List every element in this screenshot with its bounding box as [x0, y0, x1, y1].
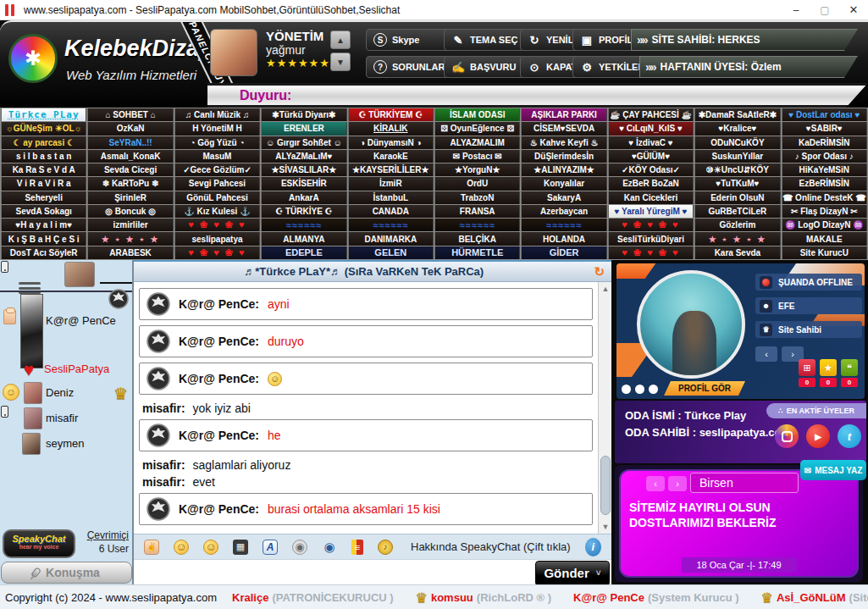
footer-credit[interactable]: ♛komsuu(RichLoRD ® ): [416, 590, 551, 606]
instagram-icon[interactable]: [775, 424, 799, 448]
scroll-down-icon[interactable]: ▼: [599, 520, 612, 534]
room-cell[interactable]: DANIMARKA: [348, 232, 434, 245]
announce-prev-button[interactable]: ‹: [646, 476, 665, 491]
room-cell[interactable]: ♥SABIR♥: [782, 122, 867, 135]
minimize-button[interactable]: –: [782, 0, 810, 19]
room-cell[interactable]: KİRALIK: [348, 122, 434, 135]
room-cell[interactable]: DüŞlerimdesİn: [521, 150, 606, 163]
speakychat-hint[interactable]: Hakkında SpeakyChat (Çift tıkla): [411, 540, 571, 553]
room-cell[interactable]: Site KurucU: [782, 246, 867, 259]
profile-photo[interactable]: [637, 270, 745, 379]
room-cell[interactable]: Gözlerim: [694, 219, 780, 231]
room-category-cell[interactable]: ✱Türkü Diyarı✱: [261, 108, 346, 121]
room-cell[interactable]: ≈≈≈≈≈≈: [434, 219, 520, 231]
room-cell[interactable]: ☺ Gırgır Sohßet ☺: [261, 136, 346, 149]
room-category-cell[interactable]: ✱DamaR SaAtleR✱: [694, 108, 780, 121]
room-cell[interactable]: Ka Ra S e V d A: [1, 163, 86, 176]
webcam-icon[interactable]: ◉: [292, 540, 307, 555]
room-cell[interactable]: Sevda Cicegi: [87, 163, 173, 176]
room-cell[interactable]: ♥ CıLqıN_KıIS ♥: [608, 122, 694, 135]
room-cell[interactable]: ODuNCuKÖY: [694, 136, 780, 149]
room-cell[interactable]: izmirliler: [87, 219, 173, 231]
room-cell[interactable]: ◔ Gög Yüzü ◔: [174, 136, 260, 149]
room-cell[interactable]: ERENLER: [261, 122, 346, 135]
room-cell[interactable]: ŞirinleR: [87, 191, 173, 204]
room-cell[interactable]: ♥TuTKuM♥: [694, 177, 780, 190]
room-cell[interactable]: ♥ ❀ ♥ ❀ ♥: [174, 219, 260, 231]
avatar[interactable]: [24, 407, 42, 429]
star-icon[interactable]: ★: [820, 359, 837, 376]
room-cell[interactable]: ♥GÜlÜM♥: [608, 150, 694, 163]
room-cell[interactable]: MasuM: [174, 150, 260, 163]
list-item-user[interactable]: seymen: [46, 437, 85, 450]
room-cell[interactable]: H YönetiM H: [174, 122, 260, 135]
room-cell[interactable]: ◑ DünyamsıN ◑: [348, 136, 434, 149]
mixer-icon[interactable]: ≡: [351, 540, 363, 555]
maximize-button[interactable]: ▢: [810, 0, 839, 19]
room-cell[interactable]: CANADA: [348, 205, 434, 218]
room-cell[interactable]: DosT Acı SöyleR: [1, 246, 86, 259]
room-cell[interactable]: CİSEM♥SEVDA: [521, 122, 606, 135]
film-icon[interactable]: ▦: [233, 540, 248, 555]
chat-scrollbar[interactable]: ▲ ▼: [598, 282, 611, 534]
room-cell[interactable]: ♪ Spor Odası ♪: [782, 150, 867, 163]
room-cell[interactable]: EzBeR BoZaN: [608, 177, 694, 190]
eye-icon[interactable]: ◉: [322, 540, 337, 555]
room-cell[interactable]: ⚓ Kız Kulesi ⚓: [174, 205, 260, 218]
list-item-user[interactable]: misafir: [46, 412, 78, 424]
room-category-cell[interactable]: AŞIKLAR PARKI: [521, 108, 606, 121]
room-cell[interactable]: İzmiR: [348, 177, 434, 190]
room-cell[interactable]: Seheryeli: [1, 191, 86, 204]
footer-credit[interactable]: Kraliçe(PATRONİCEKURUCU ): [232, 591, 394, 604]
room-cell[interactable]: ♥ İzdivaC ♥: [608, 136, 694, 149]
scroll-up-icon[interactable]: ▲: [599, 282, 612, 296]
room-cell[interactable]: GİDER: [521, 246, 606, 259]
youtube-icon[interactable]: ▶: [806, 424, 830, 448]
room-category-cell[interactable]: ☕ ÇAY PAHCESİ ☕: [608, 108, 694, 121]
view-profile-button[interactable]: PROFİL GÖR: [664, 381, 745, 396]
room-cell[interactable]: ☎ Online DesteK ☎: [782, 191, 867, 204]
room-cell[interactable]: ♥Kralice♥: [694, 122, 780, 135]
room-cell[interactable]: OzKaN: [87, 122, 173, 135]
room-cell[interactable]: EzBeRİMSİN: [782, 177, 867, 190]
smiley-icon[interactable]: ☺: [174, 540, 189, 555]
room-category-cell[interactable]: ⌂ SOHBET ⌂: [87, 108, 173, 121]
room-cell[interactable]: ♥ ❀ ♥ ❀ ♥: [608, 219, 694, 231]
room-cell[interactable]: ★ALINYAZIM★: [521, 163, 606, 176]
room-cell[interactable]: ALYaZMaLıM♥: [261, 150, 346, 163]
room-cell[interactable]: KaDeRİMSİN: [782, 136, 867, 149]
refresh-icon[interactable]: ↻: [594, 264, 605, 280]
spin-up-button[interactable]: ▲: [330, 30, 351, 49]
room-cell[interactable]: ♥H a y a l i m♥: [1, 219, 86, 231]
room-cell[interactable]: EDEPLE: [261, 246, 346, 259]
room-cell[interactable]: ☪ TÜRKİYE ☪: [261, 205, 346, 218]
room-cell[interactable]: HÜRMETLE: [434, 246, 520, 259]
room-cell[interactable]: SesliTürküDiyari: [608, 232, 694, 245]
room-cell[interactable]: ♒ LogO DizayN ♒: [782, 219, 867, 231]
room-cell[interactable]: ≈≈≈≈≈≈: [261, 219, 346, 231]
current-user[interactable]: YÖNETİM yağmur ★★★★★★★: [210, 29, 344, 76]
room-cell[interactable]: Kan Cicekleri: [608, 191, 694, 204]
room-cell[interactable]: GuRBeTCiLeR: [694, 205, 780, 218]
room-cell[interactable]: AnkarA: [261, 191, 346, 204]
room-cell[interactable]: FRANSA: [434, 205, 520, 218]
room-category-cell[interactable]: İSLAM ODASI: [434, 108, 520, 121]
twitter-icon[interactable]: t: [838, 424, 861, 448]
room-cell[interactable]: ✓Gece Gözlüm✓: [174, 163, 260, 176]
room-cell[interactable]: seslipapatya: [174, 232, 260, 245]
info-icon[interactable]: i: [585, 538, 601, 556]
room-cell[interactable]: SakaryA: [521, 191, 606, 204]
room-cell[interactable]: SuskunYıllar: [694, 150, 780, 163]
room-cell[interactable]: ♥ Yaralı YüregiM ♥: [608, 205, 694, 218]
room-cell[interactable]: K ı Ş B a H Ç e S i: [1, 232, 86, 245]
room-cell[interactable]: HOLANDA: [521, 232, 606, 245]
room-cell[interactable]: s i l b a s t a n: [1, 150, 86, 163]
announcer-name[interactable]: Birsen: [690, 473, 799, 493]
list-item-user[interactable]: Deniz: [46, 386, 74, 399]
room-cell[interactable]: İstanbuL: [348, 191, 434, 204]
spin-down-button[interactable]: ▼: [330, 53, 351, 71]
room-cell[interactable]: ALYAZMALIM: [434, 136, 520, 149]
smiley2-icon[interactable]: ☺: [203, 540, 218, 555]
room-cell[interactable]: ◎ Boncuk ◎: [87, 205, 173, 218]
room-cell[interactable]: ✓KÖY Odası✓: [608, 163, 694, 176]
